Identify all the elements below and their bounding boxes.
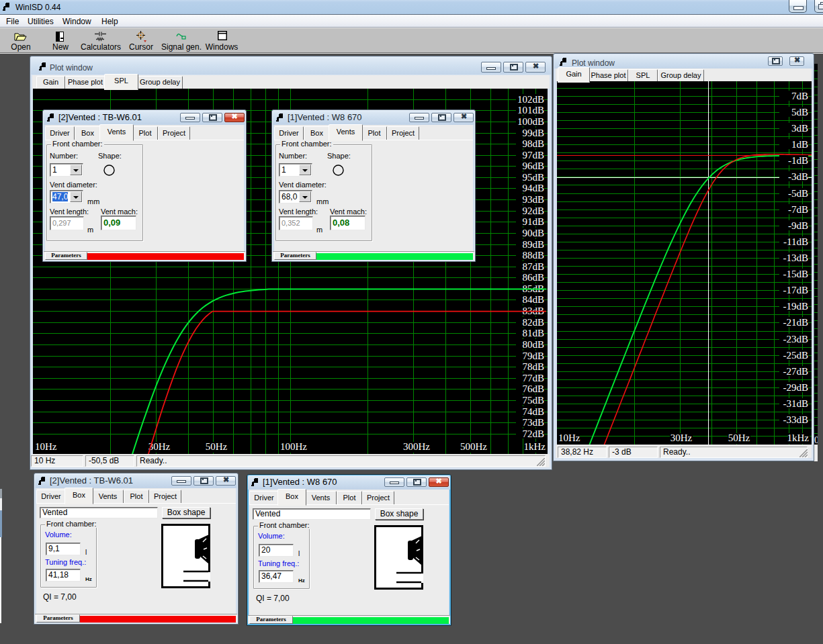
svg-text:5dB: 5dB (791, 107, 808, 118)
svg-text:93dB: 93dB (522, 194, 544, 205)
svg-text:88dB: 88dB (522, 250, 544, 261)
svg-text:73dB: 73dB (522, 417, 544, 428)
svg-text:84dB: 84dB (522, 294, 544, 305)
svg-text:101dB: 101dB (517, 105, 544, 116)
svg-text:98dB: 98dB (522, 138, 544, 149)
svg-text:86dB: 86dB (522, 272, 544, 283)
svg-text:300Hz: 300Hz (403, 441, 430, 452)
svg-text:75dB: 75dB (522, 395, 544, 406)
svg-text:-11dB: -11dB (783, 236, 808, 247)
svg-text:3dB: 3dB (791, 123, 808, 134)
svg-text:10Hz: 10Hz (558, 432, 580, 443)
svg-text:90dB: 90dB (522, 228, 544, 238)
svg-text:1kHz: 1kHz (787, 432, 810, 443)
svg-text:72dB: 72dB (522, 428, 544, 439)
svg-text:95dB: 95dB (522, 172, 544, 183)
svg-text:89dB: 89dB (522, 239, 544, 250)
svg-text:92dB: 92dB (522, 205, 544, 216)
svg-text:99dB: 99dB (522, 128, 544, 138)
svg-text:-23dB: -23dB (783, 334, 809, 344)
svg-text:-19dB: -19dB (783, 301, 809, 312)
svg-text:77dB: 77dB (522, 373, 544, 383)
svg-text:-25dB: -25dB (783, 350, 809, 361)
svg-text:-27dB: -27dB (783, 366, 809, 377)
svg-text:500Hz: 500Hz (460, 441, 487, 452)
svg-text:-17dB: -17dB (783, 285, 809, 295)
svg-text:79dB: 79dB (522, 351, 544, 361)
svg-text:78dB: 78dB (522, 361, 544, 372)
svg-text:1kHz: 1kHz (524, 441, 546, 452)
svg-text:74dB: 74dB (522, 406, 544, 417)
svg-text:-13dB: -13dB (783, 252, 809, 263)
svg-text:87dB: 87dB (522, 261, 544, 272)
svg-text:96dB: 96dB (522, 160, 544, 171)
svg-text:-9dB: -9dB (788, 220, 808, 231)
svg-text:97dB: 97dB (522, 150, 544, 160)
svg-text:-29dB: -29dB (783, 382, 809, 393)
svg-text:-33dB: -33dB (783, 414, 809, 425)
svg-text:50Hz: 50Hz (728, 432, 750, 443)
svg-text:30Hz: 30Hz (670, 432, 693, 443)
svg-text:80dB: 80dB (522, 339, 544, 350)
svg-text:100Hz: 100Hz (280, 441, 307, 452)
svg-text:102dB: 102dB (517, 94, 544, 105)
svg-text:82dB: 82dB (522, 317, 544, 328)
svg-text:-7dB: -7dB (788, 204, 808, 215)
svg-text:100dB: 100dB (517, 116, 544, 127)
svg-text:-15dB: -15dB (783, 269, 809, 279)
svg-text:-3dB: -3dB (788, 171, 808, 182)
svg-text:91dB: 91dB (522, 216, 544, 227)
svg-text:-1dB: -1dB (788, 155, 808, 166)
svg-text:10Hz: 10Hz (35, 441, 57, 452)
svg-text:81dB: 81dB (522, 328, 544, 338)
svg-text:-21dB: -21dB (783, 317, 809, 328)
svg-text:-31dB: -31dB (783, 398, 809, 409)
svg-text:94dB: 94dB (522, 183, 544, 193)
svg-text:76dB: 76dB (522, 383, 544, 394)
svg-text:-5dB: -5dB (788, 188, 808, 199)
svg-text:50Hz: 50Hz (206, 441, 228, 452)
svg-text:1dB: 1dB (791, 139, 808, 150)
svg-text:7dB: 7dB (791, 91, 808, 101)
